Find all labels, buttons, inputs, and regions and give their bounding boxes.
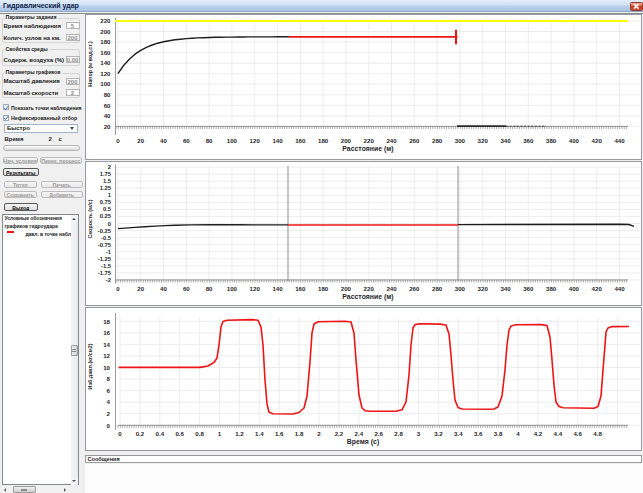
svg-text:2: 2 [317,430,321,437]
svg-text:160: 160 [295,137,306,144]
svg-text:Расстояние (м): Расстояние (м) [342,145,393,153]
svg-text:220: 220 [364,137,375,144]
svg-text:0.8: 0.8 [195,430,204,437]
svg-text:3.2: 3.2 [434,430,443,437]
svg-text:140: 140 [100,59,111,66]
svg-text:-1.5: -1.5 [101,263,112,269]
svg-text:Напор (м вод.ст.): Напор (м вод.ст.) [87,41,93,87]
svg-text:400: 400 [569,285,580,292]
svg-text:420: 420 [592,285,603,292]
svg-text:120: 120 [250,137,261,144]
svg-text:80: 80 [104,91,111,98]
svg-text:40: 40 [160,285,167,292]
svg-text:140: 140 [272,285,283,292]
svg-text:4.2: 4.2 [534,430,543,437]
svg-text:3.8: 3.8 [494,430,503,437]
svg-text:60: 60 [104,102,111,109]
svg-text:2.8: 2.8 [394,430,403,437]
svg-text:100: 100 [227,137,238,144]
svg-text:1.6: 1.6 [275,430,284,437]
svg-text:1.25: 1.25 [100,185,112,191]
svg-text:2: 2 [107,410,111,417]
svg-text:440: 440 [614,137,625,144]
svg-text:200: 200 [341,137,352,144]
svg-text:100: 100 [100,80,111,87]
svg-text:-0.25: -0.25 [98,228,112,234]
svg-text:18: 18 [103,318,110,325]
svg-text:160: 160 [100,49,111,56]
svg-text:1.8: 1.8 [295,430,304,437]
svg-text:220: 220 [364,285,375,292]
svg-text:100: 100 [227,285,238,292]
svg-text:220: 220 [100,17,111,24]
svg-text:160: 160 [295,285,306,292]
svg-text:180: 180 [318,285,329,292]
svg-text:2.4: 2.4 [355,430,364,437]
svg-text:4.4: 4.4 [554,430,563,437]
svg-text:240: 240 [386,137,397,144]
svg-text:400: 400 [569,137,580,144]
svg-text:340: 340 [500,137,511,144]
svg-text:40: 40 [160,137,167,144]
svg-text:3.4: 3.4 [454,430,463,437]
svg-text:80: 80 [206,137,213,144]
svg-text:240: 240 [386,285,397,292]
svg-text:Расстояние (м): Расстояние (м) [342,293,393,301]
svg-text:420: 420 [592,137,603,144]
svg-text:60: 60 [183,137,190,144]
svg-text:180: 180 [100,38,111,45]
svg-text:0: 0 [107,422,111,429]
svg-text:-0.75: -0.75 [98,242,112,248]
svg-text:360: 360 [523,285,534,292]
svg-text:80: 80 [206,285,213,292]
svg-text:1.75: 1.75 [100,171,112,177]
svg-text:2: 2 [108,164,111,170]
svg-text:380: 380 [546,285,557,292]
svg-text:360: 360 [523,137,534,144]
svg-text:300: 300 [455,285,466,292]
svg-text:2.2: 2.2 [335,430,344,437]
svg-text:1.2: 1.2 [235,430,244,437]
svg-text:120: 120 [250,285,261,292]
svg-text:300: 300 [455,137,466,144]
svg-text:-1.25: -1.25 [98,256,112,262]
svg-text:0.5: 0.5 [103,206,112,212]
svg-text:1: 1 [108,192,112,198]
svg-text:340: 340 [500,285,511,292]
svg-text:Время (с): Время (с) [347,438,379,446]
svg-text:-1.75: -1.75 [98,270,112,276]
svg-text:0: 0 [108,221,111,227]
svg-text:200: 200 [341,285,352,292]
svg-text:180: 180 [318,137,329,144]
svg-text:0: 0 [118,430,122,437]
svg-text:260: 260 [409,137,420,144]
svg-text:280: 280 [432,285,443,292]
svg-text:1: 1 [218,430,222,437]
svg-text:2.6: 2.6 [374,430,383,437]
svg-text:-2: -2 [106,277,111,283]
svg-text:0.25: 0.25 [100,213,112,219]
svg-text:8: 8 [107,375,111,382]
svg-text:20: 20 [104,123,111,130]
svg-text:140: 140 [272,137,283,144]
svg-text:0: 0 [116,285,120,292]
svg-text:0.75: 0.75 [100,199,112,205]
svg-text:380: 380 [546,137,557,144]
svg-text:14: 14 [103,341,110,348]
svg-text:0.6: 0.6 [175,430,184,437]
svg-text:20: 20 [137,137,144,144]
svg-text:10: 10 [103,364,110,371]
svg-text:40: 40 [104,112,111,119]
svg-text:0: 0 [116,137,120,144]
svg-text:Изб.давл.(кг/см2): Изб.давл.(кг/см2) [87,343,93,389]
svg-text:4: 4 [107,398,111,405]
svg-text:6: 6 [107,387,111,394]
svg-text:200: 200 [100,28,111,35]
svg-text:0.2: 0.2 [136,430,145,437]
svg-text:4: 4 [516,430,520,437]
svg-text:16: 16 [103,329,110,336]
svg-text:260: 260 [409,285,420,292]
svg-text:12: 12 [103,352,110,359]
svg-text:Скорость (м/с): Скорость (м/с) [87,199,93,238]
svg-text:3: 3 [417,430,421,437]
